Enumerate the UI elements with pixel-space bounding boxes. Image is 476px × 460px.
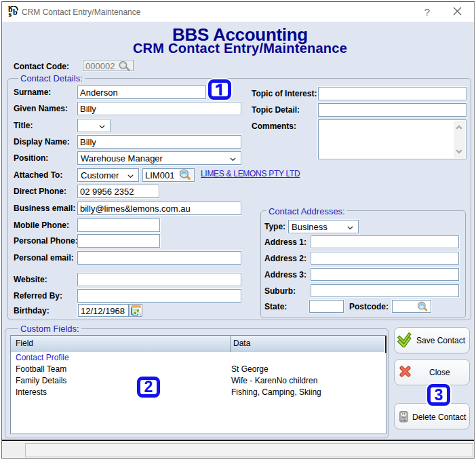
- svg-text:s: s: [8, 9, 12, 18]
